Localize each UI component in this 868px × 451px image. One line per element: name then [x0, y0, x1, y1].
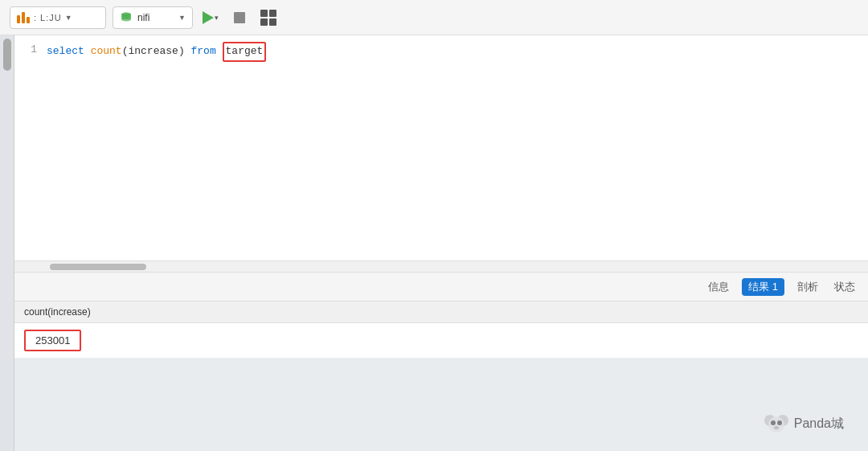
sql-line-1: select count ( increase ) from target	[47, 42, 868, 62]
left-scrollbar[interactable]	[0, 35, 14, 451]
table-row: 253001	[14, 323, 868, 359]
schema-selector[interactable]: nifi ▼	[113, 6, 193, 29]
svg-point-8	[771, 420, 776, 425]
editor-container: 1 select count ( increase ) from target	[14, 35, 868, 451]
main-content: 1 select count ( increase ) from target	[0, 35, 868, 451]
editor-content: 1 select count ( increase ) from target	[14, 35, 868, 68]
bottom-area: Panda城	[14, 359, 868, 451]
toolbar: : L:JU ▼ nifi ▼ ▾	[0, 0, 868, 35]
func-count: count	[91, 43, 122, 60]
tab-info[interactable]: 信息	[705, 278, 732, 296]
db-logo-dropdown-arrow: ▼	[65, 14, 72, 22]
tab-status[interactable]: 状态	[831, 278, 858, 296]
svg-point-7	[768, 416, 784, 433]
sql-editor[interactable]: 1 select count ( increase ) from target	[14, 35, 868, 260]
results-table-container: count(increase) 253001	[14, 301, 868, 359]
run-button[interactable]: ▾	[199, 6, 222, 29]
keyword-select: select	[47, 43, 84, 60]
format-icon	[260, 10, 276, 26]
panda-icon	[764, 412, 789, 435]
result-value: 253001	[24, 330, 81, 351]
line-numbers: 1	[14, 42, 47, 62]
result-cell: 253001	[14, 323, 868, 359]
play-icon	[203, 11, 214, 24]
svg-point-4	[121, 17, 131, 21]
table-name-highlighted: target	[223, 42, 267, 62]
svg-point-9	[777, 420, 782, 425]
horizontal-scrollbar[interactable]	[14, 260, 868, 272]
space-2	[185, 43, 191, 60]
keyword-from: from	[191, 43, 216, 60]
stop-icon	[234, 12, 245, 23]
db-logo-icon: : L:JU	[17, 12, 62, 23]
format-button[interactable]	[257, 6, 280, 29]
code-area: select count ( increase ) from target	[47, 42, 868, 62]
space-1	[84, 43, 91, 60]
paren-open: (	[122, 43, 129, 60]
results-table: count(increase) 253001	[14, 301, 868, 359]
schema-name-label: nifi	[137, 12, 174, 23]
watermark-text: Panda城	[794, 416, 844, 433]
line-number-1: 1	[14, 42, 37, 59]
tab-analyze[interactable]: 剖析	[794, 278, 821, 296]
svg-point-10	[774, 426, 779, 429]
schema-db-icon	[120, 11, 133, 24]
scrollbar-thumb	[3, 39, 11, 71]
space-3	[216, 43, 223, 60]
tab-result1[interactable]: 结果 1	[742, 278, 784, 296]
results-panel: 信息 结果 1 剖析 状态 count(increase)	[14, 272, 868, 359]
arg-increase: increase	[128, 43, 178, 60]
results-tabs: 信息 结果 1 剖析 状态	[14, 273, 868, 301]
schema-dropdown-arrow: ▼	[178, 14, 186, 22]
db-logo-selector[interactable]: : L:JU ▼	[10, 6, 106, 29]
run-dropdown-arrow: ▾	[215, 14, 219, 22]
h-scrollbar-thumb	[50, 264, 146, 270]
paren-close: )	[178, 43, 185, 60]
stop-button[interactable]	[228, 6, 251, 29]
watermark: Panda城	[764, 412, 844, 435]
column-header: count(increase)	[14, 301, 868, 323]
